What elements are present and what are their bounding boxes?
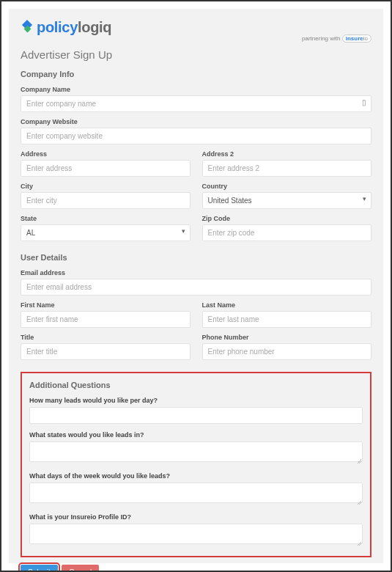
label-address2: Address 2 [202, 150, 372, 158]
q1-input[interactable] [29, 407, 363, 424]
label-q3: What days of the week would you like lea… [29, 472, 363, 480]
company-name-input[interactable] [21, 95, 371, 112]
logo-text-policy: policy [37, 19, 78, 36]
label-email: Email address [21, 269, 371, 276]
section-user-details: User Details [21, 253, 371, 262]
label-first-name: First Name [21, 301, 191, 309]
phone-input[interactable] [202, 343, 372, 360]
address-input[interactable] [21, 160, 191, 177]
label-company-name: Company Name [21, 86, 371, 93]
title-input[interactable] [21, 343, 191, 360]
section-additional: Additional Questions [29, 381, 363, 389]
logo: policylogiq partnering with insureio [21, 19, 371, 43]
address2-input[interactable] [202, 160, 372, 177]
q3-textarea[interactable] [29, 483, 363, 503]
q2-textarea[interactable] [29, 441, 363, 462]
company-website-input[interactable] [21, 128, 371, 144]
label-q1: How many leads would you like per day? [29, 397, 363, 404]
label-city: City [21, 183, 191, 190]
logo-icon [21, 21, 34, 34]
label-title: Title [21, 334, 191, 341]
email-input[interactable] [21, 279, 371, 296]
label-address: Address [21, 150, 191, 158]
label-country: Country [202, 183, 372, 190]
country-select[interactable]: United States [202, 192, 372, 209]
page-title: Advertiser Sign Up [21, 48, 371, 61]
first-name-input[interactable] [21, 311, 191, 328]
label-q2: What states would you like leads in? [29, 431, 363, 439]
cancel-button[interactable]: Cancel [62, 565, 99, 572]
q4-textarea[interactable] [29, 524, 363, 544]
state-select[interactable]: AL [21, 224, 191, 241]
last-name-input[interactable] [202, 311, 372, 328]
logo-insure: insure [346, 35, 363, 42]
zip-input[interactable] [202, 224, 372, 241]
label-last-name: Last Name [202, 301, 372, 309]
label-company-website: Company Website [21, 118, 371, 125]
logo-text-logiq: logiq [78, 19, 111, 36]
label-zip: Zip Code [202, 215, 372, 222]
label-state: State [21, 215, 191, 222]
additional-questions-box: Additional Questions How many leads woul… [21, 372, 371, 557]
label-q4: What is your Insureio Profile ID? [29, 513, 363, 521]
section-company-info: Company Info [21, 70, 371, 78]
logo-io: io [363, 35, 368, 42]
city-input[interactable] [21, 192, 191, 209]
logo-partnering: partnering with [302, 35, 340, 42]
label-phone: Phone Number [202, 334, 372, 341]
submit-button[interactable]: Submit [21, 565, 58, 572]
